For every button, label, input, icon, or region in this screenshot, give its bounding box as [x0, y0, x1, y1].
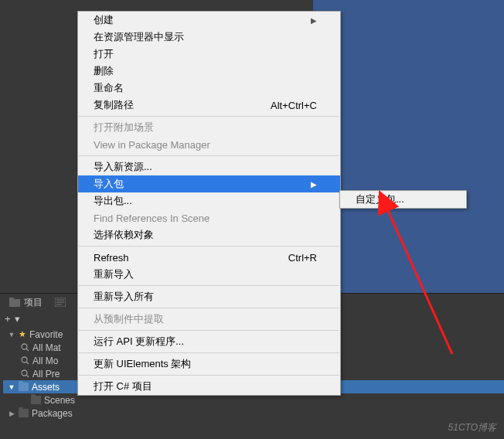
menu-separator [79, 330, 339, 331]
search-icon [20, 369, 29, 379]
menu-separator [79, 352, 339, 353]
menu-item-label: 打开附加场景 [94, 121, 154, 134]
svg-point-6 [22, 344, 27, 349]
doc-lines-icon [55, 298, 66, 307]
menu-item[interactable]: 选择依赖对象 [78, 226, 340, 243]
menu-item-label: 更新 UIElements 架构 [94, 357, 191, 371]
folder-icon [31, 396, 41, 404]
menu-item: 打开附加场景 [78, 119, 340, 136]
search-icon [20, 356, 29, 366]
folder-icon [19, 409, 29, 417]
menu-separator [79, 285, 339, 286]
menu-item[interactable]: 导入新资源... [78, 158, 340, 175]
submenu-item-label: 自定义包... [356, 192, 404, 206]
svg-point-10 [22, 370, 27, 376]
submenu-item[interactable]: 自定义包... [340, 191, 466, 208]
menu-item-label: 创建 [94, 13, 114, 27]
project-icon [9, 298, 20, 307]
assets-context-menu: 创建▶在资源管理器中显示打开删除重命名复制路径Alt+Ctrl+C打开附加场景V… [77, 11, 341, 396]
menu-item[interactable]: 更新 UIElements 架构 [78, 356, 340, 373]
menu-item-label: 导出包... [94, 194, 132, 208]
svg-line-11 [26, 375, 29, 377]
svg-point-8 [22, 357, 27, 362]
add-asset-button[interactable]: + ▾ [5, 313, 21, 325]
search-label: All Pre [32, 369, 60, 379]
menu-item-label: 在资源管理器中显示 [94, 30, 184, 44]
packages-folder-row[interactable]: ▶ Packages [3, 407, 504, 420]
menu-item-label: 删除 [94, 64, 114, 78]
menu-item[interactable]: 复制路径Alt+Ctrl+C [78, 97, 340, 114]
menu-item-shortcut: Alt+Ctrl+C [271, 100, 317, 111]
project-tab-label: 项目 [24, 296, 43, 309]
menu-item-label: 重新导入 [94, 267, 134, 281]
menu-item[interactable]: 删除 [78, 63, 340, 80]
menu-item[interactable]: 导出包... [78, 192, 340, 209]
watermark: 51CTO博客 [448, 421, 496, 434]
search-label: All Mat [32, 342, 61, 353]
menu-item-label: 打开 C# 项目 [94, 379, 152, 393]
menu-item-label: 重命名 [94, 81, 124, 95]
menu-item[interactable]: 创建▶ [78, 12, 340, 29]
menu-separator [79, 155, 339, 156]
chevron-right-icon: ▶ [311, 16, 317, 25]
menu-item-label: 复制路径 [94, 98, 134, 112]
menu-item-label: 从预制件中提取 [94, 312, 164, 326]
search-icon [20, 343, 29, 352]
menu-item-label: 重新导入所有 [94, 290, 154, 304]
star-icon: ★ [19, 329, 26, 339]
svg-rect-1 [9, 298, 14, 300]
menu-item-label: Find References In Scene [94, 213, 209, 224]
menu-item-label: 导入新资源... [94, 160, 152, 174]
assets-label: Assets [32, 382, 60, 393]
svg-rect-0 [9, 299, 20, 307]
packages-label: Packages [32, 408, 73, 419]
import-package-submenu: 自定义包... [339, 190, 467, 209]
menu-item: Find References In Scene [78, 209, 340, 226]
console-tab-icon[interactable] [50, 298, 70, 307]
menu-item-label: 打开 [94, 47, 114, 61]
menu-separator [79, 308, 339, 308]
scenes-label: Scenes [44, 395, 75, 406]
menu-item: View in Package Manager [78, 136, 340, 153]
menu-item[interactable]: 打开 C# 项目 [78, 378, 340, 395]
menu-separator [79, 375, 339, 376]
menu-item-label: 运行 API 更新程序... [94, 335, 184, 349]
menu-separator [79, 246, 339, 247]
menu-item-shortcut: Ctrl+R [288, 252, 317, 264]
menu-item[interactable]: 重新导入 [78, 266, 340, 283]
menu-item-label: View in Package Manager [94, 139, 210, 151]
favorites-label: Favorite [29, 329, 63, 340]
chevron-right-icon: ▶ [311, 180, 317, 189]
menu-item[interactable]: 运行 API 更新程序... [78, 333, 340, 350]
menu-item[interactable]: 重新导入所有 [78, 288, 340, 305]
search-label: All Mo [32, 356, 58, 366]
menu-item[interactable]: RefreshCtrl+R [78, 249, 340, 266]
menu-item[interactable]: 打开 [78, 46, 340, 63]
menu-item-label: Refresh [94, 252, 129, 264]
menu-item[interactable]: 导入包▶ [78, 175, 340, 192]
menu-item-label: 选择依赖对象 [94, 228, 154, 242]
menu-separator [79, 116, 339, 117]
project-tab[interactable]: 项目 [5, 296, 47, 309]
menu-item[interactable]: 在资源管理器中显示 [78, 29, 340, 46]
menu-item[interactable]: 重命名 [78, 80, 340, 97]
folder-icon [19, 383, 29, 391]
menu-item-label: 导入包 [94, 177, 124, 191]
menu-item: 从预制件中提取 [78, 311, 340, 328]
svg-line-7 [26, 349, 29, 351]
svg-line-9 [26, 362, 29, 364]
